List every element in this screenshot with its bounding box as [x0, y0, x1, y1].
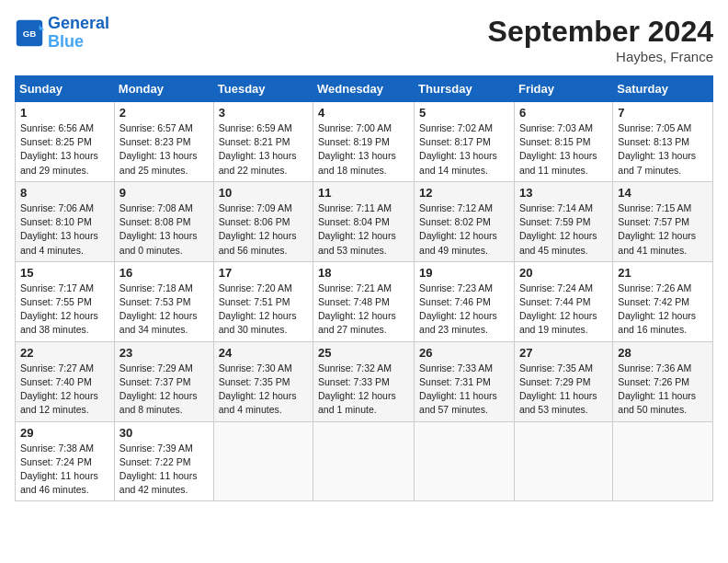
day-info: Sunrise: 7:15 AM Sunset: 7:57 PM Dayligh… — [618, 201, 708, 258]
svg-text:GB: GB — [23, 28, 37, 38]
logo-icon: GB — [15, 18, 44, 48]
day-number: 9 — [119, 186, 209, 200]
day-number: 15 — [20, 266, 109, 280]
calendar-cell: 18Sunrise: 7:21 AM Sunset: 7:48 PM Dayli… — [313, 261, 415, 341]
day-info: Sunrise: 7:00 AM Sunset: 8:19 PM Dayligh… — [318, 121, 409, 178]
calendar-cell: 29Sunrise: 7:38 AM Sunset: 7:24 PM Dayli… — [16, 421, 115, 501]
day-number: 12 — [419, 186, 509, 200]
calendar-cell: 8Sunrise: 7:06 AM Sunset: 8:10 PM Daylig… — [16, 181, 115, 261]
day-number: 6 — [519, 106, 608, 120]
calendar-cell: 5Sunrise: 7:02 AM Sunset: 8:17 PM Daylig… — [415, 102, 515, 182]
calendar-cell: 10Sunrise: 7:09 AM Sunset: 8:06 PM Dayli… — [213, 181, 313, 261]
day-number: 16 — [119, 266, 209, 280]
calendar-week-row: 8Sunrise: 7:06 AM Sunset: 8:10 PM Daylig… — [16, 181, 713, 261]
calendar-week-row: 29Sunrise: 7:38 AM Sunset: 7:24 PM Dayli… — [16, 421, 713, 501]
day-number: 20 — [519, 266, 608, 280]
calendar-cell: 24Sunrise: 7:30 AM Sunset: 7:35 PM Dayli… — [213, 341, 313, 421]
logo-text: GeneralBlue — [48, 15, 109, 52]
calendar-cell: 2Sunrise: 6:57 AM Sunset: 8:23 PM Daylig… — [114, 102, 213, 182]
day-info: Sunrise: 7:36 AM Sunset: 7:26 PM Dayligh… — [618, 362, 708, 418]
day-number: 27 — [519, 346, 608, 360]
day-number: 25 — [318, 346, 409, 360]
day-number: 19 — [419, 266, 509, 280]
col-header-thursday: Thursday — [415, 76, 515, 102]
day-number: 21 — [618, 266, 708, 280]
day-number: 2 — [119, 106, 209, 120]
month-title: September 2024 — [488, 15, 713, 49]
calendar-header-row: SundayMondayTuesdayWednesdayThursdayFrid… — [16, 76, 713, 102]
calendar-cell: 14Sunrise: 7:15 AM Sunset: 7:57 PM Dayli… — [613, 181, 713, 261]
calendar-cell: 16Sunrise: 7:18 AM Sunset: 7:53 PM Dayli… — [114, 261, 213, 341]
day-number: 4 — [318, 106, 409, 120]
calendar-cell: 20Sunrise: 7:24 AM Sunset: 7:44 PM Dayli… — [514, 261, 612, 341]
calendar-cell: 21Sunrise: 7:26 AM Sunset: 7:42 PM Dayli… — [613, 261, 713, 341]
day-info: Sunrise: 7:38 AM Sunset: 7:24 PM Dayligh… — [20, 442, 109, 498]
calendar-cell: 7Sunrise: 7:05 AM Sunset: 8:13 PM Daylig… — [613, 102, 713, 182]
calendar-cell: 22Sunrise: 7:27 AM Sunset: 7:40 PM Dayli… — [16, 341, 115, 421]
day-number: 10 — [219, 186, 308, 200]
day-info: Sunrise: 7:12 AM Sunset: 8:02 PM Dayligh… — [419, 201, 509, 258]
calendar-cell: 3Sunrise: 6:59 AM Sunset: 8:21 PM Daylig… — [213, 102, 313, 182]
day-info: Sunrise: 7:26 AM Sunset: 7:42 PM Dayligh… — [618, 282, 708, 338]
col-header-monday: Monday — [114, 76, 213, 102]
calendar-cell: 1Sunrise: 6:56 AM Sunset: 8:25 PM Daylig… — [16, 102, 115, 182]
col-header-friday: Friday — [514, 76, 612, 102]
day-info: Sunrise: 7:05 AM Sunset: 8:13 PM Dayligh… — [618, 121, 708, 178]
calendar-cell: 28Sunrise: 7:36 AM Sunset: 7:26 PM Dayli… — [613, 341, 713, 421]
calendar-cell — [313, 421, 415, 501]
location: Haybes, France — [488, 49, 713, 64]
day-info: Sunrise: 7:02 AM Sunset: 8:17 PM Dayligh… — [419, 121, 509, 178]
day-info: Sunrise: 7:14 AM Sunset: 7:59 PM Dayligh… — [519, 201, 608, 258]
day-info: Sunrise: 7:33 AM Sunset: 7:31 PM Dayligh… — [419, 362, 509, 418]
day-number: 26 — [419, 346, 509, 360]
calendar-cell — [213, 421, 313, 501]
day-info: Sunrise: 7:17 AM Sunset: 7:55 PM Dayligh… — [20, 282, 109, 338]
calendar-cell: 23Sunrise: 7:29 AM Sunset: 7:37 PM Dayli… — [114, 341, 213, 421]
calendar-cell: 17Sunrise: 7:20 AM Sunset: 7:51 PM Dayli… — [213, 261, 313, 341]
calendar-cell — [613, 421, 713, 501]
day-number: 11 — [318, 186, 409, 200]
calendar-week-row: 15Sunrise: 7:17 AM Sunset: 7:55 PM Dayli… — [16, 261, 713, 341]
day-info: Sunrise: 6:57 AM Sunset: 8:23 PM Dayligh… — [119, 121, 209, 178]
day-number: 30 — [119, 426, 209, 440]
day-number: 1 — [20, 106, 109, 120]
calendar-cell: 9Sunrise: 7:08 AM Sunset: 8:08 PM Daylig… — [114, 181, 213, 261]
col-header-sunday: Sunday — [16, 76, 115, 102]
day-info: Sunrise: 7:20 AM Sunset: 7:51 PM Dayligh… — [219, 282, 308, 338]
calendar-cell: 4Sunrise: 7:00 AM Sunset: 8:19 PM Daylig… — [313, 102, 415, 182]
day-info: Sunrise: 7:27 AM Sunset: 7:40 PM Dayligh… — [20, 362, 109, 418]
calendar-cell — [514, 421, 612, 501]
calendar-cell: 25Sunrise: 7:32 AM Sunset: 7:33 PM Dayli… — [313, 341, 415, 421]
logo: GB GeneralBlue — [15, 15, 109, 52]
calendar-cell: 6Sunrise: 7:03 AM Sunset: 8:15 PM Daylig… — [514, 102, 612, 182]
day-number: 5 — [419, 106, 509, 120]
title-block: September 2024 Haybes, France — [488, 15, 713, 64]
day-info: Sunrise: 7:06 AM Sunset: 8:10 PM Dayligh… — [20, 201, 109, 258]
col-header-wednesday: Wednesday — [313, 76, 415, 102]
calendar-cell: 15Sunrise: 7:17 AM Sunset: 7:55 PM Dayli… — [16, 261, 115, 341]
day-number: 3 — [219, 106, 308, 120]
calendar-week-row: 1Sunrise: 6:56 AM Sunset: 8:25 PM Daylig… — [16, 102, 713, 182]
day-number: 29 — [20, 426, 109, 440]
calendar-table: SundayMondayTuesdayWednesdayThursdayFrid… — [15, 75, 713, 501]
day-info: Sunrise: 7:30 AM Sunset: 7:35 PM Dayligh… — [219, 362, 308, 418]
page-header: GB GeneralBlue September 2024 Haybes, Fr… — [15, 15, 713, 64]
calendar-cell: 11Sunrise: 7:11 AM Sunset: 8:04 PM Dayli… — [313, 181, 415, 261]
day-number: 22 — [20, 346, 109, 360]
day-info: Sunrise: 7:21 AM Sunset: 7:48 PM Dayligh… — [318, 282, 409, 338]
calendar-cell: 26Sunrise: 7:33 AM Sunset: 7:31 PM Dayli… — [415, 341, 515, 421]
day-info: Sunrise: 7:11 AM Sunset: 8:04 PM Dayligh… — [318, 201, 409, 258]
calendar-cell: 27Sunrise: 7:35 AM Sunset: 7:29 PM Dayli… — [514, 341, 612, 421]
day-info: Sunrise: 7:08 AM Sunset: 8:08 PM Dayligh… — [119, 201, 209, 258]
day-info: Sunrise: 7:09 AM Sunset: 8:06 PM Dayligh… — [219, 201, 308, 258]
day-info: Sunrise: 6:59 AM Sunset: 8:21 PM Dayligh… — [219, 121, 308, 178]
calendar-week-row: 22Sunrise: 7:27 AM Sunset: 7:40 PM Dayli… — [16, 341, 713, 421]
calendar-cell: 30Sunrise: 7:39 AM Sunset: 7:22 PM Dayli… — [114, 421, 213, 501]
col-header-saturday: Saturday — [613, 76, 713, 102]
day-number: 24 — [219, 346, 308, 360]
day-number: 14 — [618, 186, 708, 200]
day-info: Sunrise: 7:23 AM Sunset: 7:46 PM Dayligh… — [419, 282, 509, 338]
day-info: Sunrise: 7:39 AM Sunset: 7:22 PM Dayligh… — [119, 442, 209, 498]
day-number: 23 — [119, 346, 209, 360]
day-info: Sunrise: 6:56 AM Sunset: 8:25 PM Dayligh… — [20, 121, 109, 178]
